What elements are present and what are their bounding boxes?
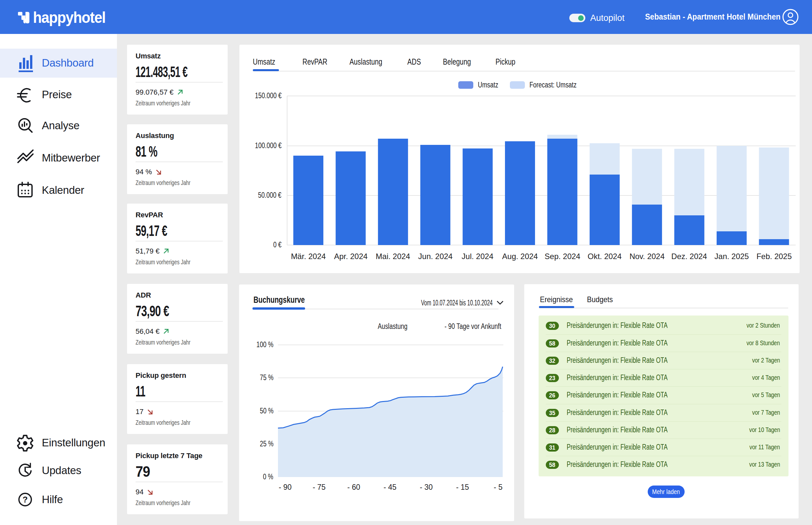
svg-text:?: ? — [23, 495, 28, 505]
